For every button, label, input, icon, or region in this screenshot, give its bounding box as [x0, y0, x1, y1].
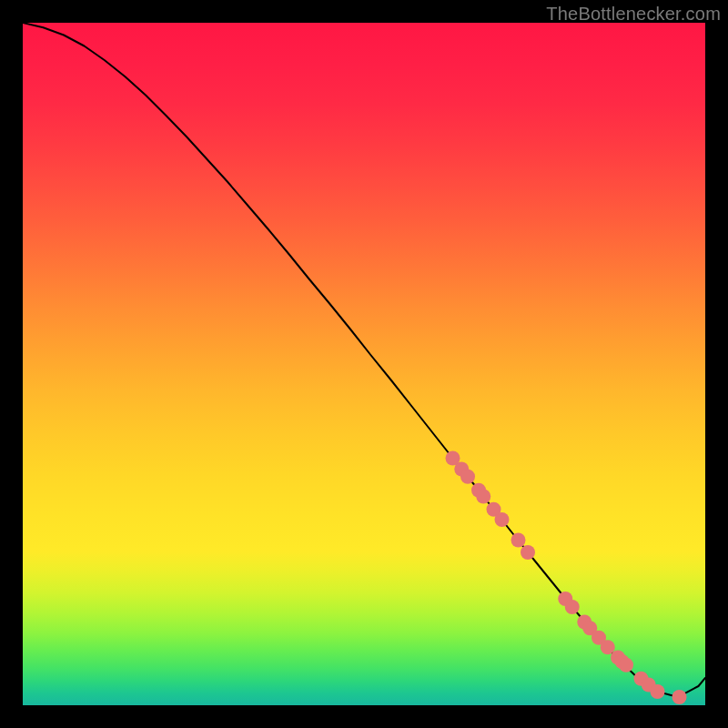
gradient-background	[23, 23, 705, 705]
data-marker	[672, 690, 687, 704]
attribution-label: TheBottlenecker.com	[546, 4, 721, 25]
data-marker	[521, 545, 535, 560]
data-marker	[495, 512, 510, 527]
data-marker	[476, 490, 490, 504]
data-marker	[565, 600, 580, 614]
data-marker	[651, 684, 665, 699]
chart-stage: TheBottlenecker.com	[0, 0, 728, 728]
data-marker	[511, 533, 526, 548]
chart-svg	[23, 23, 705, 705]
data-marker	[460, 470, 475, 484]
chart-plot	[23, 23, 705, 705]
data-marker	[619, 658, 633, 672]
